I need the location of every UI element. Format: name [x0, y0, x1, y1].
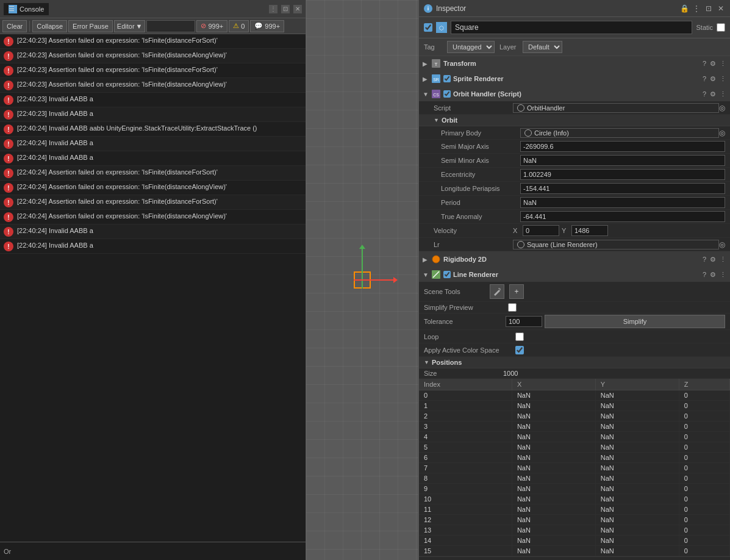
simplify-preview-checkbox[interactable]	[508, 303, 517, 312]
velocity-y-input[interactable]	[571, 225, 608, 236]
gameobject-name-input[interactable]	[451, 21, 692, 34]
table-row[interactable]: 5NaNNaN0	[419, 442, 730, 453]
editor-dropdown[interactable]: Editor ▼	[114, 20, 146, 32]
list-item[interactable]: ![22:40:23] Assertion failed on expressi…	[0, 49, 306, 63]
rigidbody2d-settings-icon[interactable]: ⚙	[710, 256, 716, 264]
console-tab[interactable]: ☰ Console	[4, 3, 49, 15]
list-item[interactable]: ![22:40:23] Invalid AABB a	[0, 107, 306, 122]
tolerance-input[interactable]	[506, 316, 542, 327]
table-row[interactable]: 12NaNNaN0	[419, 515, 730, 525]
lr-value-link[interactable]: Square (Line Renderer)	[513, 240, 719, 249]
table-row[interactable]: 1NaNNaN0	[419, 401, 730, 411]
orbit-handler-settings-icon[interactable]: ⚙	[710, 90, 716, 98]
table-row[interactable]: 13NaNNaN0	[419, 525, 730, 536]
scene-view[interactable]	[306, 0, 419, 560]
lr-target-icon[interactable]: ◎	[719, 240, 725, 249]
warning-badge[interactable]: ⚠ 0	[229, 20, 249, 32]
velocity-x-input[interactable]	[523, 225, 559, 236]
error-badge[interactable]: ⊘ 999+	[196, 20, 227, 32]
eccentricity-input[interactable]	[520, 169, 725, 180]
list-item[interactable]: ![22:40:24] Invalid AABB a	[0, 239, 306, 254]
semi-minor-axis-input[interactable]	[520, 155, 725, 166]
apply-color-space-checkbox[interactable]	[515, 346, 524, 354]
list-item[interactable]: ![22:40:23] Assertion failed on expressi…	[0, 78, 306, 93]
transform-settings-icon[interactable]: ⚙	[710, 60, 716, 68]
line-renderer-header[interactable]: ▼ Line Renderer ? ⚙ ⋮	[419, 267, 730, 282]
table-row[interactable]: 9NaNNaN0	[419, 484, 730, 494]
table-row[interactable]: 6NaNNaN0	[419, 453, 730, 463]
primary-body-value[interactable]: Circle (Info)	[520, 128, 719, 138]
line-renderer-settings-icon[interactable]: ⚙	[710, 271, 716, 279]
loop-checkbox[interactable]	[515, 332, 524, 341]
sprite-renderer-menu-icon[interactable]: ⋮	[720, 75, 726, 83]
transform-header[interactable]: ▶ T Transform ? ⚙ ⋮	[419, 56, 730, 71]
console-close-icon[interactable]: ✕	[293, 5, 302, 13]
inspector-options-icon[interactable]: ⋮	[692, 4, 701, 13]
longitude-periapsis-input[interactable]	[520, 183, 725, 194]
primary-body-target-icon[interactable]: ◎	[719, 129, 725, 137]
list-item[interactable]: ![22:40:24] Invalid AABB a	[0, 137, 306, 151]
table-row[interactable]: 0NaNNaN0	[419, 390, 730, 401]
sprite-renderer-header[interactable]: ▶ SR Sprite Renderer ? ⚙ ⋮	[419, 71, 730, 86]
sprite-renderer-help-icon[interactable]: ?	[703, 75, 706, 82]
console-detach-icon[interactable]: ⊡	[281, 5, 290, 13]
log-badge[interactable]: 💬 999+	[250, 20, 284, 32]
collapse-button[interactable]: Collapse	[32, 20, 67, 32]
table-row[interactable]: 11NaNNaN0	[419, 504, 730, 515]
clear-button[interactable]: Clear	[2, 20, 27, 32]
rigidbody2d-header[interactable]: ▶ Rigidbody 2D ? ⚙ ⋮	[419, 252, 730, 267]
rigidbody2d-help-icon[interactable]: ?	[703, 256, 706, 263]
list-item[interactable]: ![22:40:24] Invalid AABB a	[0, 224, 306, 239]
tag-select[interactable]: Untagged	[447, 41, 495, 53]
search-input[interactable]	[146, 20, 195, 32]
list-item[interactable]: ![22:40:23] Assertion failed on expressi…	[0, 63, 306, 78]
orbit-handler-header[interactable]: ▼ CS Orbit Handler (Script) ? ⚙ ⋮	[419, 87, 730, 101]
list-item[interactable]: ![22:40:23] Invalid AABB a	[0, 93, 306, 107]
line-renderer-help-icon[interactable]: ?	[703, 271, 706, 278]
static-checkbox[interactable]	[717, 23, 725, 32]
table-row[interactable]: 7NaNNaN0	[419, 463, 730, 473]
table-row[interactable]: 8NaNNaN0	[419, 473, 730, 484]
scene-tool-edit-btn[interactable]	[490, 284, 504, 299]
table-row[interactable]: 14NaNNaN0	[419, 536, 730, 546]
list-item[interactable]: ![22:40:24] Assertion failed on expressi…	[0, 195, 306, 210]
script-value-link[interactable]: OrbitHandler	[513, 103, 719, 113]
list-item[interactable]: ![22:40:24] Invalid AABB a	[0, 151, 306, 166]
transform-menu-icon[interactable]: ⋮	[720, 60, 726, 68]
inspector-detach-icon[interactable]: ⊡	[704, 4, 713, 13]
list-item[interactable]: ![22:40:24] Assertion failed on expressi…	[0, 166, 306, 181]
inspector-lock-icon[interactable]: 🔒	[680, 4, 689, 13]
rigidbody2d-menu-icon[interactable]: ⋮	[720, 256, 726, 264]
period-input[interactable]	[520, 197, 725, 208]
sprite-renderer-settings-icon[interactable]: ⚙	[710, 75, 716, 83]
sprite-renderer-checkbox[interactable]	[443, 75, 451, 82]
list-item[interactable]: ![22:40:24] Assertion failed on expressi…	[0, 210, 306, 224]
console-options-icon[interactable]: ⋮	[269, 5, 277, 13]
inspector-close-icon[interactable]: ✕	[717, 4, 725, 13]
orbit-section-header[interactable]: ▼ Orbit	[419, 115, 730, 126]
positions-header[interactable]: ▼ Positions	[419, 357, 730, 368]
line-renderer-menu-icon[interactable]: ⋮	[720, 271, 726, 279]
table-row[interactable]: 15NaNNaN0	[419, 546, 730, 556]
error-pause-button[interactable]: Error Pause	[68, 20, 113, 32]
gameobject-active-checkbox[interactable]	[424, 23, 432, 32]
orbit-handler-checkbox[interactable]	[443, 90, 451, 98]
list-item[interactable]: ![22:40:23] Assertion failed on expressi…	[0, 34, 306, 49]
table-row[interactable]: 2NaNNaN0	[419, 411, 730, 422]
transform-help-icon[interactable]: ?	[703, 60, 706, 67]
console-messages[interactable]: ![22:40:23] Assertion failed on expressi…	[0, 34, 306, 542]
orbit-handler-help-icon[interactable]: ?	[703, 90, 706, 98]
table-row[interactable]: 10NaNNaN0	[419, 494, 730, 504]
scene-tool-add-btn[interactable]: +	[509, 284, 524, 299]
simplify-button[interactable]: Simplify	[545, 315, 725, 328]
layer-select[interactable]: Default	[523, 41, 562, 53]
script-target-icon[interactable]: ◎	[719, 104, 725, 112]
semi-major-axis-input[interactable]	[520, 141, 725, 152]
table-row[interactable]: 3NaNNaN0	[419, 422, 730, 432]
list-item[interactable]: ![22:40:24] Invalid AABB aabb UnityEngin…	[0, 122, 306, 137]
list-item[interactable]: ![22:40:24] Assertion failed on expressi…	[0, 181, 306, 195]
table-row[interactable]: 4NaNNaN0	[419, 432, 730, 442]
orbit-handler-menu-icon[interactable]: ⋮	[720, 90, 726, 98]
true-anomaly-input[interactable]	[520, 211, 725, 222]
line-renderer-checkbox[interactable]	[443, 271, 451, 278]
